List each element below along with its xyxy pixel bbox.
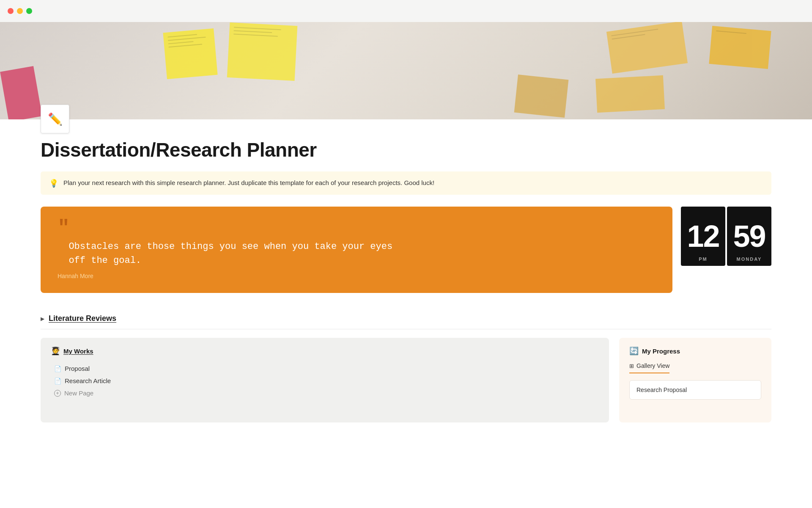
gallery-tab-label: Gallery View (636, 362, 669, 369)
research-article-label: Research Article (65, 377, 111, 384)
callout-block: 💡 Plan your next research with this simp… (41, 171, 771, 195)
research-proposal-label: Research Proposal (636, 387, 687, 393)
sticky-note-orange-2 (709, 26, 771, 69)
two-col-layout: 🧑‍🎓 My Works 📄 Proposal 📄 Research Artic… (41, 338, 771, 422)
main-content: Dissertation/Research Planner 💡 Plan you… (0, 138, 812, 422)
quote-text: Obstacles are those things you see when … (58, 240, 656, 268)
titlebar (0, 0, 812, 22)
sticky-note-orange-1 (606, 22, 688, 74)
quote-clock-row: " Obstacles are those things you see whe… (41, 207, 771, 293)
minimize-button[interactable] (17, 8, 23, 14)
section-literature-reviews[interactable]: ▶ Literature Reviews (41, 308, 771, 329)
clock-minute-number: 59 (733, 221, 765, 251)
page-title: Dissertation/Research Planner (41, 138, 771, 161)
clock-hour: 12 PM (681, 207, 725, 266)
section-title: Literature Reviews (49, 314, 116, 323)
clock-block: 12 PM 59 MONDAY (681, 207, 771, 293)
sticky-note-pink (0, 66, 42, 119)
research-article-icon: 📄 (54, 378, 61, 384)
new-page-item[interactable]: + New Page (51, 387, 599, 399)
close-button[interactable] (8, 8, 14, 14)
hero-banner (0, 22, 812, 119)
clock-minute: 59 MONDAY (727, 207, 771, 266)
new-page-label: New Page (64, 389, 93, 397)
my-works-header: 🧑‍🎓 My Works (51, 346, 599, 356)
clock-hour-number: 12 (687, 221, 719, 251)
new-page-plus-icon: + (54, 390, 61, 397)
gallery-view-tab[interactable]: ⊞ Gallery View (629, 362, 669, 373)
page-icon: ✏️ (41, 105, 69, 133)
sticky-note-orange-4 (514, 75, 569, 118)
sticky-note-orange-3 (595, 75, 665, 113)
clock-display: 12 PM 59 MONDAY (681, 207, 771, 266)
my-progress-header: 🔄 My Progress (629, 346, 761, 356)
research-proposal-card[interactable]: Research Proposal (629, 380, 761, 400)
proposal-label: Proposal (65, 365, 90, 372)
my-works-panel: 🧑‍🎓 My Works 📄 Proposal 📄 Research Artic… (41, 338, 609, 422)
maximize-button[interactable] (26, 8, 32, 14)
clock-day-label: MONDAY (737, 257, 762, 262)
proposal-icon: 📄 (54, 365, 61, 372)
page-icon-emoji: ✏️ (48, 112, 63, 126)
sticky-note-yellow-2 (227, 22, 298, 81)
progress-title: My Progress (642, 348, 680, 355)
sticky-notes-bg (0, 22, 812, 119)
section-arrow-icon: ▶ (41, 316, 44, 322)
sticky-note-yellow-1 (163, 28, 217, 79)
quote-author: Hannah More (58, 273, 656, 279)
clock-period-label: PM (699, 257, 708, 262)
work-item-research-article[interactable]: 📄 Research Article (51, 375, 599, 387)
quote-marks: " (58, 220, 656, 236)
progress-icon: 🔄 (629, 346, 639, 356)
quote-block: " Obstacles are those things you see whe… (41, 207, 672, 293)
gallery-tab-icon: ⊞ (629, 363, 634, 369)
my-progress-panel: 🔄 My Progress ⊞ Gallery View Research Pr… (619, 338, 771, 422)
work-item-proposal[interactable]: 📄 Proposal (51, 362, 599, 375)
callout-icon: 💡 (49, 179, 58, 188)
my-works-icon: 🧑‍🎓 (51, 346, 60, 356)
my-works-title[interactable]: My Works (63, 348, 93, 355)
callout-text: Plan your next research with this simple… (63, 178, 434, 188)
